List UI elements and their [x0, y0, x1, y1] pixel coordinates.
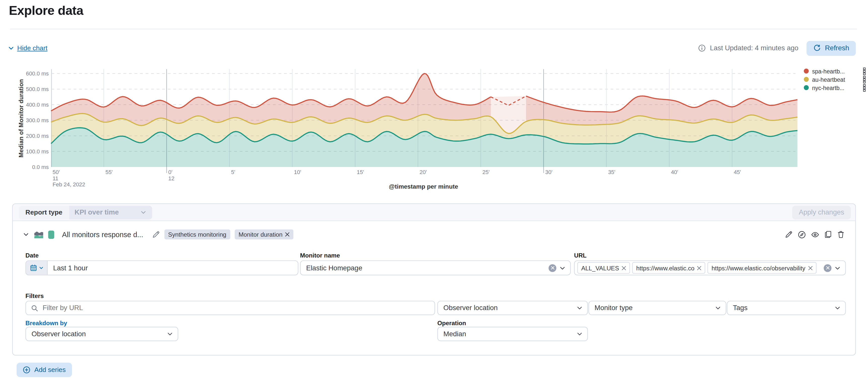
- remove-metric-x-icon[interactable]: [285, 232, 290, 237]
- url-combo-field[interactable]: ALL_VALUEShttps://www.elastic.cohttps://…: [574, 260, 846, 275]
- operation-label: Operation: [437, 320, 466, 326]
- clear-selection-icon[interactable]: [549, 264, 557, 272]
- add-series-button[interactable]: Add series: [17, 363, 72, 377]
- hide-chart-toggle[interactable]: Hide chart: [8, 44, 48, 52]
- chevron-down-icon: [140, 209, 146, 215]
- refresh-button[interactable]: Refresh: [807, 41, 856, 56]
- remove-pill-x-icon[interactable]: [697, 266, 702, 270]
- monitor-name-value[interactable]: Elastic Homepage: [301, 264, 549, 272]
- url-pill: ALL_VALUES: [578, 262, 630, 274]
- dropdown-value: Observer location: [438, 304, 587, 312]
- edit-pencil-icon[interactable]: [785, 231, 793, 238]
- last-updated-text: Last Updated: 4 minutes ago: [710, 44, 798, 52]
- refresh-label: Refresh: [825, 44, 849, 52]
- chevron-down-icon: [38, 265, 43, 270]
- explore-data-page: Explore data Hide chart Last Updated: 4 …: [0, 0, 868, 379]
- svg-text:0.0 ms: 0.0 ms: [32, 164, 49, 170]
- report-type-select[interactable]: KPI over time: [69, 205, 152, 219]
- chart-area: 0.0 ms100.0 ms200.0 ms300.0 ms400.0 ms50…: [0, 62, 868, 195]
- legend-color-dot: [804, 77, 809, 82]
- monitor-name-field[interactable]: Elastic Homepage: [300, 260, 571, 275]
- svg-text:35': 35': [608, 169, 615, 175]
- series-title: All monitors response d...: [62, 230, 143, 239]
- chevron-down-icon[interactable]: [834, 265, 841, 271]
- series-color-swatch: [48, 230, 54, 239]
- url-pill-list: ALL_VALUEShttps://www.elastic.cohttps://…: [575, 262, 824, 274]
- url-label: URL: [574, 252, 587, 259]
- chart-legend: spa-heartb...au-heartbeatnyc-heartb...: [804, 67, 866, 92]
- report-type-control[interactable]: Report type KPI over time: [19, 205, 152, 219]
- page-title: Explore data: [9, 3, 83, 18]
- chevron-down-icon[interactable]: [559, 265, 565, 271]
- legend-actions-icon[interactable]: [863, 67, 866, 75]
- svg-text:10': 10': [294, 169, 301, 175]
- remove-pill-x-icon[interactable]: [622, 266, 626, 270]
- svg-text:0': 0': [168, 169, 172, 175]
- calendar-icon: [30, 264, 37, 272]
- explore-compass-icon[interactable]: [798, 230, 806, 239]
- legend-item[interactable]: nyc-heartb...: [804, 83, 866, 92]
- svg-text:12: 12: [168, 175, 174, 181]
- svg-text:100.0 ms: 100.0 ms: [26, 148, 49, 155]
- chart-toolbar: Hide chart Last Updated: 4 minutes ago R…: [8, 40, 856, 56]
- filters-label: Filters: [25, 292, 44, 299]
- operation-value: Median: [438, 330, 587, 338]
- svg-text:300.0 ms: 300.0 ms: [26, 117, 49, 124]
- dropdown-value: Monitor type: [589, 304, 726, 312]
- duration-area-chart[interactable]: 0.0 ms100.0 ms200.0 ms300.0 ms400.0 ms50…: [0, 62, 868, 195]
- date-quick-select-button[interactable]: [26, 261, 48, 275]
- legend-item[interactable]: au-heartbeat: [804, 75, 866, 83]
- chevron-down-icon: [576, 331, 583, 337]
- report-type-bar: Report type KPI over time Apply changes: [13, 204, 856, 221]
- clear-selection-icon[interactable]: [824, 264, 832, 272]
- legend-label: au-heartbeat: [812, 76, 860, 82]
- hide-chart-link[interactable]: Hide chart: [17, 44, 47, 52]
- legend-actions-icon[interactable]: [863, 84, 866, 92]
- eye-icon[interactable]: [811, 230, 819, 239]
- chevron-down-icon: [167, 331, 173, 337]
- date-picker-field[interactable]: Last 1 hour: [25, 260, 299, 275]
- tags-filter-dropdown[interactable]: Tags: [727, 301, 846, 315]
- edit-name-pencil-icon[interactable]: [152, 231, 160, 238]
- report-type-value: KPI over time: [74, 208, 119, 216]
- svg-text:15': 15': [357, 169, 364, 175]
- date-value[interactable]: Last 1 hour: [48, 264, 298, 272]
- legend-label: spa-heartb...: [812, 68, 860, 74]
- search-icon: [26, 304, 38, 312]
- breakdown-by-dropdown[interactable]: Observer location: [25, 327, 178, 341]
- url-pill: https://www.elastic.co: [632, 262, 706, 274]
- svg-text:25': 25': [483, 169, 490, 175]
- remove-pill-x-icon[interactable]: [808, 266, 813, 270]
- series-header: All monitors response d... Synthetics mo…: [23, 228, 293, 240]
- monitor-name-label: Monitor name: [300, 252, 340, 259]
- svg-text:30': 30': [545, 169, 553, 175]
- legend-item[interactable]: spa-heartb...: [804, 67, 866, 75]
- svg-text:45': 45': [734, 169, 741, 175]
- metric-badge: Monitor duration: [235, 229, 293, 239]
- metric-badge-label: Monitor duration: [239, 231, 282, 238]
- refresh-icon: [813, 44, 821, 52]
- svg-text:600.0 ms: 600.0 ms: [26, 70, 49, 77]
- svg-text:5': 5': [231, 169, 235, 175]
- monitor-type-filter-dropdown[interactable]: Monitor type: [588, 301, 726, 315]
- area-chart-icon: [34, 230, 44, 239]
- observer-location-filter-dropdown[interactable]: Observer location: [437, 301, 588, 315]
- legend-color-dot: [804, 69, 809, 74]
- breakdown-by-value: Observer location: [26, 330, 178, 338]
- chevron-down-icon: [715, 305, 721, 311]
- delete-trash-icon[interactable]: [837, 231, 845, 238]
- duplicate-copy-icon[interactable]: [824, 231, 832, 238]
- toolbar-right: Last Updated: 4 minutes ago Refresh: [698, 41, 856, 56]
- filter-search-field[interactable]: [25, 301, 435, 315]
- apply-changes-button[interactable]: Apply changes: [792, 205, 851, 219]
- svg-text:200.0 ms: 200.0 ms: [26, 133, 49, 139]
- operation-dropdown[interactable]: Median: [437, 327, 588, 341]
- series-panel: All monitors response d... Synthetics mo…: [13, 221, 856, 355]
- chevron-down-icon[interactable]: [23, 231, 29, 238]
- legend-actions-icon[interactable]: [863, 75, 866, 83]
- filter-search-input[interactable]: [38, 304, 435, 312]
- report-type-label: Report type: [19, 205, 69, 219]
- url-pill-label: https://www.elastic.co: [636, 265, 694, 271]
- chevron-down-icon: [576, 305, 583, 311]
- svg-text:50': 50': [53, 169, 60, 175]
